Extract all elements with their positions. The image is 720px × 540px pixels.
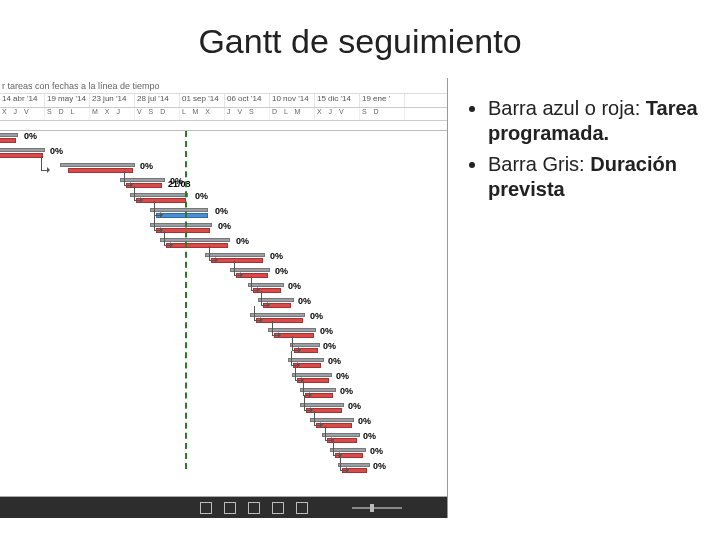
percent-label: 0% [323,341,336,351]
task-row: 0% [0,431,447,446]
day-group: J V S [225,108,270,120]
task-row: 0% [0,326,447,341]
dependency-link [340,456,348,471]
dependency-link [291,351,299,366]
task-row: 0% [0,281,447,296]
dependency-link [154,216,162,231]
task-row: 0% [0,416,447,431]
baseline-bar [60,163,135,167]
task-row: 0% [0,371,447,386]
view-icon-5[interactable] [296,502,308,514]
gantt-chart-body: 0%0%0%0%0%21/080%0%0%0%0%0%0%0%0%0%0%0%0… [0,131,447,491]
bullet-2: Barra Gris: Duración prevista [488,152,710,202]
percent-label: 0% [310,311,323,321]
baseline-bar [0,148,45,152]
task-row: 0% [0,251,447,266]
percent-label: 0% [320,326,333,336]
header-divider [0,121,447,131]
bullet-1: Barra azul o roja: Tarea programada. [488,96,710,146]
percent-label: 0% [288,281,301,291]
day-header-row: X J VS D LM X JV S DL M XJ V SD L MX J V… [0,108,447,121]
view-icon-2[interactable] [224,502,236,514]
scheduled-bar [0,138,16,143]
day-group: V S D [135,108,180,120]
percent-label: 0% [236,236,249,246]
percent-label: 0% [328,356,341,366]
date-column: 14 abr '14 [0,94,45,107]
dependency-link [292,336,300,351]
dependency-link [254,306,262,321]
today-marker [185,131,187,469]
task-row: 0% [0,161,447,176]
zoom-slider[interactable] [352,507,402,509]
percent-label: 0% [215,206,228,216]
percent-label: 0% [275,266,288,276]
percent-label: 0% [270,251,283,261]
dependency-link [333,441,341,456]
dependency-link [304,396,312,411]
dependency-link [251,276,259,291]
task-row: 0% [0,206,447,221]
date-column: 28 jul '14 [135,94,180,107]
day-group: S D L [45,108,90,120]
percent-label: 0% [24,131,37,141]
dependency-link [261,291,269,306]
slide-title: Gantt de seguimiento [0,22,720,61]
task-row: 0% [0,266,447,281]
percent-label: 0% [218,221,231,231]
date-column: 15 dic '14 [315,94,360,107]
task-row: 0%21/08 [0,191,447,206]
percent-label: 0% [358,416,371,426]
dependency-link [303,381,311,396]
percent-label: 0% [195,191,208,201]
dependency-link [134,186,142,201]
legend-bullets: Barra azul o roja: Tarea programada. Bar… [470,96,710,208]
dependency-link [154,201,162,216]
view-icon-4[interactable] [272,502,284,514]
task-row: 0% [0,341,447,356]
task-row: 0% [0,176,447,191]
percent-label: 0% [363,431,376,441]
dependency-link [164,231,172,246]
percent-label: 0% [140,161,153,171]
percent-label: 0% [370,446,383,456]
day-group: X J V [315,108,360,120]
date-column: 23 jun '14 [90,94,135,107]
dependency-link [325,426,333,441]
date-header-row: 14 abr '1419 may '1423 jun '1428 jul '14… [0,94,447,108]
baseline-bar [0,133,18,137]
dependency-link [295,366,303,381]
view-icon-1[interactable] [200,502,212,514]
date-column: 19 may '14 [45,94,90,107]
percent-label: 0% [336,371,349,381]
day-group: D L M [270,108,315,120]
task-row: 0% [0,146,447,161]
percent-label: 0% [373,461,386,471]
scheduled-bar [0,153,43,158]
dependency-link [314,411,322,426]
task-row: 0% [0,401,447,416]
status-bar [0,496,448,518]
day-group: X J V [0,108,45,120]
day-group: M X J [90,108,135,120]
view-icon-3[interactable] [248,502,260,514]
dependency-link [272,321,280,336]
task-row: 0% [0,236,447,251]
date-column: 01 sep '14 [180,94,225,107]
percent-label: 0% [340,386,353,396]
date-column: 10 nov '14 [270,94,315,107]
day-group: L M X [180,108,225,120]
ribbon-hint: r tareas con fechas a la línea de tiempo [0,78,447,94]
dependency-link [209,246,217,261]
task-row: 0% [0,311,447,326]
task-row: 0% [0,296,447,311]
task-row: 0% [0,446,447,461]
task-row: 0% [0,461,447,476]
day-group: S D [360,108,405,120]
task-row: 0% [0,131,447,146]
task-row: 0% [0,221,447,236]
date-column: 19 ene ' [360,94,405,107]
percent-label: 0% [298,296,311,306]
task-row: 0% [0,356,447,371]
callout-date: 21/08 [168,179,191,189]
